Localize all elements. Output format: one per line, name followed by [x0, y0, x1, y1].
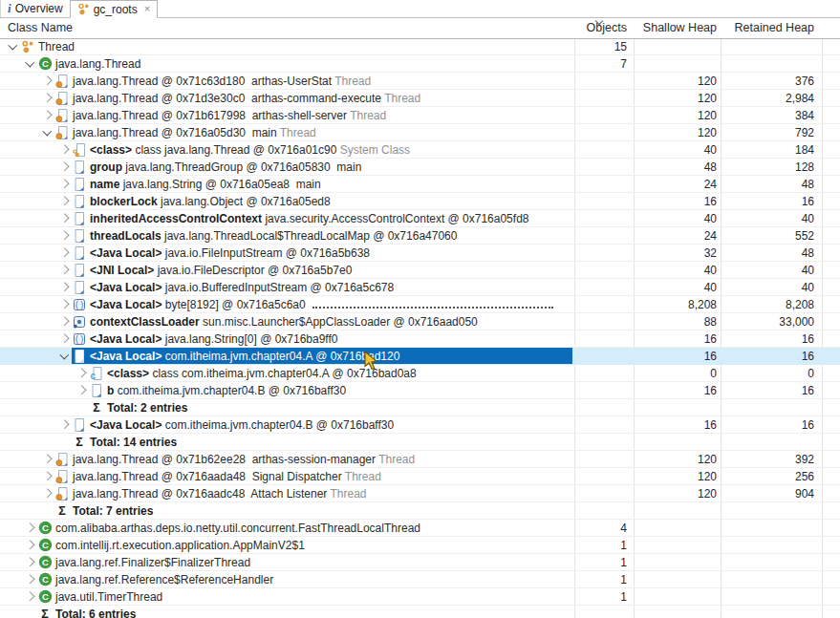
chevron-right-icon	[60, 214, 69, 223]
expand-arrow[interactable]	[57, 227, 72, 244]
objects-value: 1	[497, 537, 627, 553]
close-tab-icon[interactable]: ×	[144, 4, 150, 14]
column-header-objects[interactable]: Objects	[497, 17, 627, 38]
row-content: <Java Local> java.io.FileInputStream @ 0…	[72, 245, 572, 261]
tree-row[interactable]: java.lang.Thread @ 0x71c63d180 arthas-Us…	[0, 73, 840, 90]
tab-gc-roots[interactable]: gc_roots ×	[70, 0, 158, 18]
shallow-heap-value: 120	[631, 468, 717, 484]
chevron-right-icon	[43, 76, 52, 85]
chevron-right-icon	[60, 317, 69, 326]
expand-arrow[interactable]	[57, 141, 72, 158]
tree-row[interactable]: <class> class java.lang.Thread @ 0x716a0…	[0, 141, 840, 159]
tree-row[interactable]: Cjava.lang.ref.Finalizer$FinalizerThread…	[0, 554, 840, 571]
tree-row[interactable]: c<class> class com.itheima.jvm.chapter04…	[0, 365, 840, 382]
expand-arrow[interactable]	[57, 245, 72, 261]
objects-value: 4	[497, 520, 627, 536]
tree-row[interactable]: ()<Java Local> byte[8192] @ 0x716a5c6a0 …	[0, 296, 840, 313]
object-icon	[72, 228, 87, 244]
expand-arrow[interactable]	[57, 348, 72, 364]
row-text: inheritedAccessControlContext	[90, 212, 265, 225]
tree-row[interactable]: Cjava.lang.ref.Reference$ReferenceHandle…	[0, 571, 840, 588]
memory-analyzer-gc-roots-view: i Overview gc_roots × Class Name Objects…	[0, 0, 840, 618]
class-name-cell: Cjava.lang.ref.Reference$ReferenceHandle…	[0, 571, 572, 587]
tree-row[interactable]: Ccom.intellij.rt.execution.application.A…	[0, 537, 840, 554]
tab-overview[interactable]: i Overview	[0, 0, 70, 17]
expand-arrow[interactable]	[23, 588, 37, 605]
expand-arrow[interactable]	[40, 124, 54, 140]
row-content: ΣTotal: 6 entries	[37, 606, 572, 618]
chevron-right-icon	[43, 489, 52, 498]
row-content: c<class> class com.itheima.jvm.chapter04…	[89, 365, 572, 381]
tree-row[interactable]: ΣTotal: 2 entries	[0, 399, 840, 416]
expand-arrow[interactable]	[57, 262, 72, 278]
tree-row[interactable]: Cjava.util.TimerThread1	[0, 588, 840, 606]
expand-arrow[interactable]	[57, 159, 72, 175]
class-name-cell: java.lang.Thread @ 0x71b62ee28 arthas-se…	[0, 451, 572, 467]
expand-arrow[interactable]	[40, 73, 54, 89]
expand-arrow[interactable]	[23, 537, 37, 553]
expand-arrow[interactable]	[40, 451, 54, 467]
expand-arrow[interactable]	[40, 90, 54, 106]
shallow-heap-value: 16	[631, 416, 717, 433]
expand-arrow[interactable]	[57, 296, 72, 312]
tree-row[interactable]: contextClassLoader sun.misc.Launcher$App…	[0, 313, 840, 330]
row-text: java.io.BufferedInputStream @ 0x716a5c67…	[165, 281, 394, 294]
tree-row[interactable]: java.lang.Thread @ 0x71d3e30c0 arthas-co…	[0, 90, 840, 107]
tree-row[interactable]: b com.itheima.jvm.chapter04.B @ 0x716baf…	[0, 382, 840, 399]
tree-row[interactable]: java.lang.Thread @ 0x716a05d30 main Thre…	[0, 124, 840, 141]
expand-arrow[interactable]	[57, 313, 72, 330]
tree-row[interactable]: java.lang.Thread @ 0x716aada48 Signal Di…	[0, 468, 840, 485]
expand-arrow[interactable]	[57, 210, 72, 226]
tree-row[interactable]: Ccom.alibaba.arthas.deps.io.netty.util.c…	[0, 520, 840, 537]
tree-row[interactable]: name java.lang.String @ 0x716a05ea8 main…	[0, 176, 840, 193]
tree-row[interactable]: blockerLock java.lang.Object @ 0x716a05e…	[0, 193, 840, 210]
tree-row[interactable]: <JNI Local> java.io.FileDescriptor @ 0x7…	[0, 262, 840, 279]
expand-arrow-spacer	[75, 399, 89, 416]
tree-row[interactable]: ()<Java Local> java.lang.String[0] @ 0x7…	[0, 330, 840, 348]
tree-row[interactable]: threadLocals java.lang.ThreadLocal$Threa…	[0, 227, 840, 245]
expand-arrow-spacer	[23, 606, 37, 618]
tree-row[interactable]: ΣTotal: 6 entries	[0, 606, 840, 618]
expand-arrow[interactable]	[75, 382, 89, 398]
tree-row[interactable]: Cjava.lang.Thread7	[0, 55, 840, 73]
expand-arrow[interactable]	[23, 520, 37, 536]
tree-row[interactable]: java.lang.Thread @ 0x71b617998 arthas-sh…	[0, 107, 840, 124]
class-name-cell: ΣTotal: 14 entries	[0, 434, 572, 450]
tree-row-selected[interactable]: <Java Local> com.itheima.jvm.chapter04.A…	[0, 348, 840, 365]
row-text: Thread	[332, 75, 371, 88]
expand-arrow[interactable]	[57, 279, 72, 295]
tree-row[interactable]: ΣTotal: 14 entries	[0, 434, 840, 451]
tree-row[interactable]: group java.lang.ThreadGroup @ 0x716a0583…	[0, 159, 840, 176]
tree-row[interactable]: java.lang.Thread @ 0x71b62ee28 arthas-se…	[0, 451, 840, 468]
tree-row[interactable]: <Java Local> com.itheima.jvm.chapter04.B…	[0, 416, 840, 434]
row-text: <Java Local>	[90, 281, 165, 294]
column-header-shallow-heap[interactable]: Shallow Heap	[631, 17, 717, 38]
class-green-icon: C	[37, 555, 53, 570]
tree-row[interactable]: Thread15	[0, 38, 840, 55]
expand-arrow[interactable]	[23, 554, 37, 570]
row-content: ()<Java Local> byte[8192] @ 0x716a5c6a0	[72, 296, 572, 312]
class-name-cell: c<class> class com.itheima.jvm.chapter04…	[0, 365, 572, 381]
row-content: <class> class java.lang.Thread @ 0x716a0…	[72, 141, 572, 158]
object-white-icon	[72, 349, 87, 364]
tree-row[interactable]: java.lang.Thread @ 0x716aadc48 Attach Li…	[0, 485, 840, 502]
column-header-class-name[interactable]: Class Name	[8, 17, 73, 38]
tree-row[interactable]: inheritedAccessControlContext java.secur…	[0, 210, 840, 227]
tree-row[interactable]: <Java Local> java.io.FileInputStream @ 0…	[0, 245, 840, 262]
column-header-retained-heap[interactable]: Retained Heap	[721, 17, 814, 38]
expand-arrow[interactable]	[23, 55, 37, 72]
expand-arrow[interactable]	[40, 107, 54, 123]
tree-row[interactable]: <Java Local> java.io.BufferedInputStream…	[0, 279, 840, 296]
chevron-right-icon	[26, 558, 34, 566]
expand-arrow[interactable]	[23, 571, 37, 587]
expand-arrow[interactable]	[40, 468, 54, 484]
expand-arrow[interactable]	[6, 38, 20, 54]
expand-arrow[interactable]	[57, 193, 72, 209]
expand-arrow[interactable]	[75, 365, 89, 381]
expand-arrow[interactable]	[57, 416, 72, 433]
expand-arrow[interactable]	[40, 485, 54, 501]
shallow-heap-value: 120	[631, 90, 717, 106]
expand-arrow[interactable]	[57, 176, 72, 192]
tree-row[interactable]: ΣTotal: 7 entries	[0, 502, 840, 520]
expand-arrow[interactable]	[57, 330, 72, 347]
